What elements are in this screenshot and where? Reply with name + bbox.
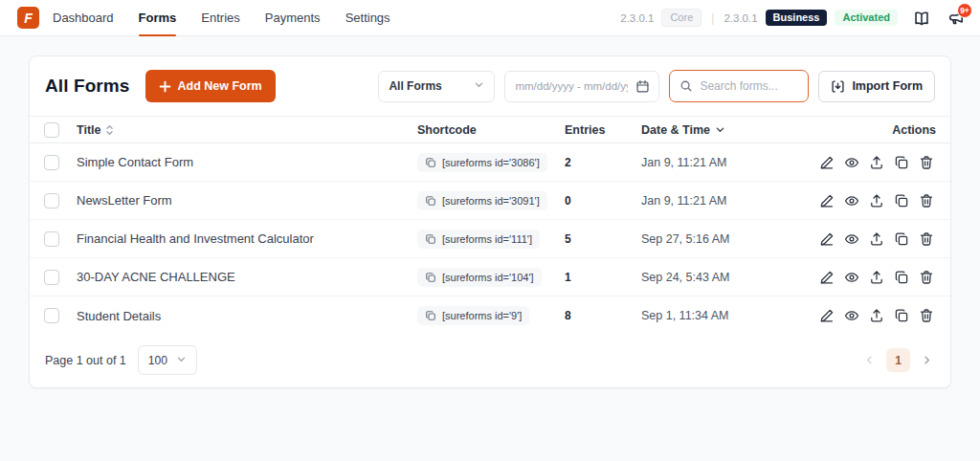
date-range-input[interactable] [515,80,628,92]
edit-button[interactable] [817,153,836,172]
form-title[interactable]: Simple Contact Form [77,155,413,169]
export-button[interactable] [867,268,886,287]
edit-button[interactable] [817,230,836,249]
delete-button[interactable] [917,191,936,210]
duplicate-copy-icon [894,193,909,209]
entries-count[interactable]: 2 [565,156,637,169]
search-input[interactable] [700,79,795,93]
delete-button[interactable] [917,153,936,172]
form-title[interactable]: NewsLetter Form [77,193,413,208]
edit-pencil-icon [819,270,835,285]
entries-count[interactable]: 5 [565,232,637,246]
per-page-select[interactable]: 100 [138,345,197,375]
export-upload-icon [869,193,884,209]
shortcode-copy-button[interactable]: [sureforms id='9'] [417,306,529,325]
shortcode-copy-button[interactable]: [sureforms id='3091'] [417,191,547,210]
eye-icon [844,270,859,285]
nav-item[interactable]: Entries [201,0,239,35]
duplicate-button[interactable] [892,268,911,287]
edit-button[interactable] [817,191,836,210]
view-button[interactable] [842,306,861,325]
duplicate-copy-icon [894,270,909,285]
pro-version: 2.3.0.1 [724,12,757,24]
entries-count[interactable]: 8 [565,309,637,322]
select-all-checkbox[interactable] [44,122,59,138]
table-row: NewsLetter Form [sureforms id='3091'] 0 … [30,182,950,220]
row-checkbox[interactable] [44,270,59,285]
duplicate-copy-icon [894,308,909,323]
import-form-label: Import Form [852,79,923,93]
view-button[interactable] [842,153,861,172]
page-info: Page 1 out of 1 [45,354,126,367]
previous-page-button[interactable] [861,352,878,368]
export-button[interactable] [867,230,886,249]
delete-button[interactable] [917,230,936,249]
column-header-datetime[interactable]: Date & Time [641,123,810,137]
view-button[interactable] [842,191,861,210]
next-page-button[interactable] [919,352,935,368]
nav-item[interactable]: Dashboard [53,0,114,35]
duplicate-button[interactable] [892,306,911,325]
current-page-button[interactable]: 1 [886,348,910,372]
entries-count[interactable]: 0 [565,194,637,208]
shortcode-copy-button[interactable]: [sureforms id='104'] [417,268,542,287]
view-button[interactable] [842,268,861,287]
row-actions [813,191,936,210]
forms-filter-dropdown[interactable]: All Forms [378,71,495,102]
sureforms-logo[interactable]: F [17,7,39,29]
edit-button[interactable] [817,306,836,325]
export-upload-icon [869,155,884,170]
column-header-title[interactable]: Title [77,123,413,137]
core-badge: Core [661,9,702,27]
form-title[interactable]: Financial Health and Investment Calculat… [77,231,413,246]
search-box[interactable] [669,70,809,102]
table-body: Simple Contact Form [sureforms id='3086'… [30,143,950,335]
edit-pencil-icon [819,193,835,209]
add-new-form-button[interactable]: Add New Form [145,70,276,102]
row-checkbox[interactable] [44,155,59,170]
delete-button[interactable] [917,306,936,325]
plus-icon [159,80,171,93]
sort-icon[interactable] [105,124,114,136]
duplicate-button[interactable] [892,230,911,249]
edit-button[interactable] [817,268,836,287]
duplicate-button[interactable] [892,191,911,210]
form-title[interactable]: Student Details [77,309,413,323]
row-checkbox[interactable] [44,193,59,209]
nav-item[interactable]: Forms [139,0,177,35]
export-button[interactable] [867,153,886,172]
chevron-down-icon [176,354,187,367]
row-actions [813,153,936,172]
pagination: 1 [861,348,935,372]
delete-button[interactable] [917,268,936,287]
forms-filter-value: All Forms [389,79,441,93]
row-checkbox[interactable] [44,231,59,247]
export-button[interactable] [867,306,886,325]
shortcode-copy-button[interactable]: [sureforms id='111'] [417,230,540,249]
entries-count[interactable]: 1 [565,271,637,284]
shortcode-copy-button[interactable]: [sureforms id='3086'] [417,153,547,172]
date-range-picker[interactable] [504,71,659,102]
nav-item[interactable]: Settings [345,0,390,35]
announcements-megaphone-icon[interactable]: 9+ [947,10,965,27]
table-row: Simple Contact Form [sureforms id='3086'… [30,143,950,182]
version-divider: | [709,11,716,25]
forms-card: All Forms Add New Form All Forms [29,55,951,388]
core-version: 2.3.0.1 [620,12,654,24]
copy-icon [425,233,436,245]
row-actions [813,268,936,287]
view-button[interactable] [842,230,861,249]
form-title[interactable]: 30-DAY ACNE CHALLENGE [77,270,413,284]
docs-book-icon[interactable] [913,10,930,27]
duplicate-button[interactable] [892,153,911,172]
trash-icon [919,270,934,285]
export-button[interactable] [867,191,886,210]
table-row: Financial Health and Investment Calculat… [30,220,950,258]
shortcode-text: [sureforms id='9'] [442,310,522,321]
row-checkbox[interactable] [44,308,59,323]
logo-letter: F [24,11,33,25]
topbar-right: 2.3.0.1 Core | 2.3.0.1 Business Activate… [620,9,965,27]
nav-item[interactable]: Payments [265,0,321,35]
date-time: Jan 9, 11:21 AM [641,194,810,208]
import-form-button[interactable]: Import Form [818,71,935,102]
